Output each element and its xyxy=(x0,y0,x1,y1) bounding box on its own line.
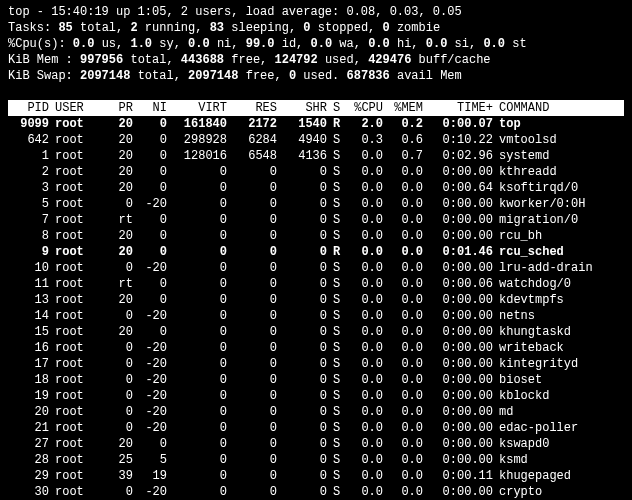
cell-command: rcu_bh xyxy=(496,228,624,244)
cell-ni: -20 xyxy=(136,404,170,420)
process-row[interactable]: 13root200000S0.00.00:00.00kdevtmpfs xyxy=(8,292,624,308)
cell-res: 0 xyxy=(230,484,280,500)
cell-mem: 0.7 xyxy=(386,148,426,164)
process-row[interactable]: 5root0-20000S0.00.00:00.00kworker/0:0H xyxy=(8,196,624,212)
cell-pid: 29 xyxy=(8,468,52,484)
cell-res: 0 xyxy=(230,276,280,292)
cell-command: netns xyxy=(496,308,624,324)
process-row[interactable]: 18root0-20000S0.00.00:00.00bioset xyxy=(8,372,624,388)
process-row[interactable]: 1root20012801665484136S0.00.70:02.96syst… xyxy=(8,148,624,164)
col-user: USER xyxy=(52,100,102,116)
cell-time: 0:00.00 xyxy=(426,388,496,404)
cell-res: 0 xyxy=(230,388,280,404)
cell-ni: 0 xyxy=(136,132,170,148)
process-row[interactable]: 8root200000S0.00.00:00.00rcu_bh xyxy=(8,228,624,244)
blank-line xyxy=(8,84,624,100)
cell-user: root xyxy=(52,116,102,132)
cell-pr: 20 xyxy=(102,244,136,260)
cell-time: 0:00.00 xyxy=(426,228,496,244)
top-terminal[interactable]: top - 15:40:19 up 1:05, 2 users, load av… xyxy=(0,0,632,500)
cell-mem: 0.0 xyxy=(386,404,426,420)
process-row[interactable]: 21root0-20000S0.00.00:00.00edac-poller xyxy=(8,420,624,436)
process-row[interactable]: 11rootrt0000S0.00.00:00.06watchdog/0 xyxy=(8,276,624,292)
cell-virt: 0 xyxy=(170,468,230,484)
process-row[interactable]: 14root0-20000S0.00.00:00.00netns xyxy=(8,308,624,324)
cell-shr: 0 xyxy=(280,244,330,260)
process-row[interactable]: 10root0-20000S0.00.00:00.00lru-add-drain xyxy=(8,260,624,276)
cell-cpu: 0.0 xyxy=(346,484,386,500)
cell-shr: 0 xyxy=(280,436,330,452)
cell-time: 0:00.00 xyxy=(426,340,496,356)
column-header-row[interactable]: PID USER PR NI VIRT RES SHR S %CPU %MEM … xyxy=(8,100,624,116)
cell-mem: 0.0 xyxy=(386,276,426,292)
cell-pr: 20 xyxy=(102,148,136,164)
process-row[interactable]: 20root0-20000S0.00.00:00.00md xyxy=(8,404,624,420)
cell-time: 0:00.00 xyxy=(426,196,496,212)
cell-s: S xyxy=(330,356,346,372)
cell-s: S xyxy=(330,228,346,244)
process-row[interactable]: 27root200000S0.00.00:00.00kswapd0 xyxy=(8,436,624,452)
cell-res: 0 xyxy=(230,468,280,484)
cell-virt: 128016 xyxy=(170,148,230,164)
process-row[interactable]: 28root255000S0.00.00:00.00ksmd xyxy=(8,452,624,468)
cell-command: ksmd xyxy=(496,452,624,468)
cell-ni: -20 xyxy=(136,372,170,388)
cell-virt: 0 xyxy=(170,436,230,452)
cell-pr: 0 xyxy=(102,196,136,212)
cell-shr: 0 xyxy=(280,404,330,420)
cell-s: S xyxy=(330,436,346,452)
cell-cpu: 0.0 xyxy=(346,468,386,484)
cell-mem: 0.0 xyxy=(386,180,426,196)
cell-s: S xyxy=(330,340,346,356)
process-row[interactable]: 9root200000R0.00.00:01.46rcu_sched xyxy=(8,244,624,260)
cell-s: S xyxy=(330,404,346,420)
process-row[interactable]: 7rootrt0000S0.00.00:00.00migration/0 xyxy=(8,212,624,228)
cell-pid: 9 xyxy=(8,244,52,260)
cell-res: 0 xyxy=(230,292,280,308)
cell-time: 0:01.46 xyxy=(426,244,496,260)
process-row[interactable]: 30root0-20000S0.00.00:00.00crypto xyxy=(8,484,624,500)
cell-res: 6548 xyxy=(230,148,280,164)
process-row[interactable]: 19root0-20000S0.00.00:00.00kblockd xyxy=(8,388,624,404)
cell-s: R xyxy=(330,116,346,132)
process-row[interactable]: 29root3919000S0.00.00:00.11khugepaged xyxy=(8,468,624,484)
cell-cpu: 0.0 xyxy=(346,340,386,356)
cell-virt: 298928 xyxy=(170,132,230,148)
cell-ni: -20 xyxy=(136,356,170,372)
process-row[interactable]: 15root200000S0.00.00:00.00khungtaskd xyxy=(8,324,624,340)
cell-virt: 0 xyxy=(170,388,230,404)
cell-pr: 20 xyxy=(102,324,136,340)
col-pr: PR xyxy=(102,100,136,116)
cell-pr: 20 xyxy=(102,292,136,308)
cell-mem: 0.0 xyxy=(386,212,426,228)
process-row[interactable]: 9099root20016184021721540R2.00.20:00.07t… xyxy=(8,116,624,132)
process-row[interactable]: 2root200000S0.00.00:00.00kthreadd xyxy=(8,164,624,180)
cell-time: 0:02.96 xyxy=(426,148,496,164)
cell-command: crypto xyxy=(496,484,624,500)
cell-command: kswapd0 xyxy=(496,436,624,452)
cell-command: kthreadd xyxy=(496,164,624,180)
cell-shr: 0 xyxy=(280,212,330,228)
process-row[interactable]: 3root200000S0.00.00:00.64ksoftirqd/0 xyxy=(8,180,624,196)
cell-cpu: 0.0 xyxy=(346,244,386,260)
cell-user: root xyxy=(52,452,102,468)
cell-virt: 0 xyxy=(170,180,230,196)
cell-pr: 0 xyxy=(102,356,136,372)
cell-cpu: 0.0 xyxy=(346,436,386,452)
cell-mem: 0.0 xyxy=(386,196,426,212)
cell-pr: 20 xyxy=(102,116,136,132)
cell-res: 0 xyxy=(230,420,280,436)
cell-pr: 0 xyxy=(102,420,136,436)
cell-time: 0:00.11 xyxy=(426,468,496,484)
cell-cpu: 0.0 xyxy=(346,148,386,164)
cell-command: vmtoolsd xyxy=(496,132,624,148)
cell-pid: 30 xyxy=(8,484,52,500)
cell-time: 0:00.00 xyxy=(426,260,496,276)
process-row[interactable]: 17root0-20000S0.00.00:00.00kintegrityd xyxy=(8,356,624,372)
cell-shr: 4940 xyxy=(280,132,330,148)
process-row[interactable]: 642root20029892862844940S0.30.60:10.22vm… xyxy=(8,132,624,148)
cell-virt: 0 xyxy=(170,260,230,276)
cell-pr: 25 xyxy=(102,452,136,468)
cell-shr: 0 xyxy=(280,308,330,324)
process-row[interactable]: 16root0-20000S0.00.00:00.00writeback xyxy=(8,340,624,356)
